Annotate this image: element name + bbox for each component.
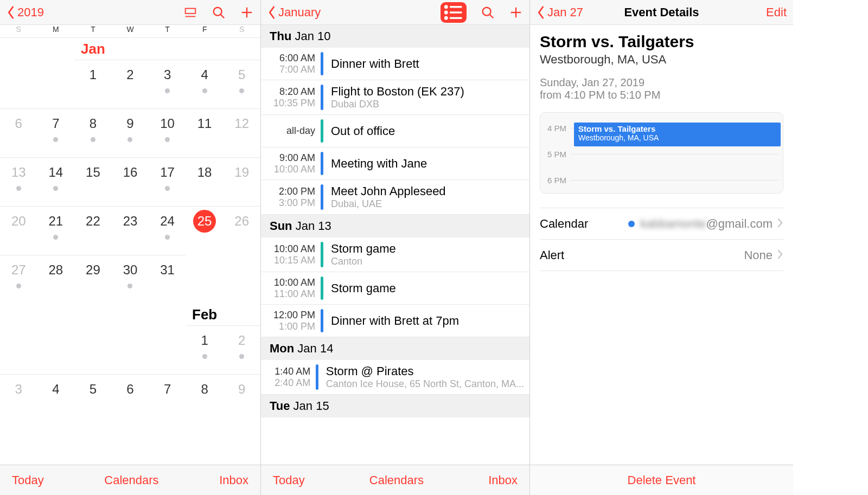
event-row[interactable]: 2:00 PM3:00 PMMeet John AppleseedDubai, … — [261, 180, 529, 215]
today-button[interactable]: Today — [273, 473, 305, 487]
day-cell[interactable]: 10 — [149, 108, 186, 157]
day-cell[interactable]: 5 — [223, 60, 260, 108]
day-cell[interactable]: 1 — [186, 325, 224, 374]
calendars-button[interactable]: Calendars — [104, 473, 158, 487]
day-cell[interactable]: 22 — [74, 206, 112, 255]
day-cell[interactable]: 4 — [37, 374, 75, 423]
day-header-date: Jan 14 — [294, 342, 333, 355]
edit-button[interactable]: Edit — [766, 5, 787, 20]
month-label: Feb — [192, 303, 217, 326]
agenda-scroll[interactable]: Thu Jan 106:00 AM7:00 AMDinner with Bret… — [261, 25, 529, 465]
calendars-button[interactable]: Calendars — [369, 473, 424, 487]
day-cell[interactable]: 1 — [74, 60, 112, 108]
day-cell[interactable]: 28 — [37, 255, 75, 304]
day-cell[interactable]: 25 — [186, 206, 224, 255]
day-cell[interactable]: 12 — [223, 108, 260, 157]
inbox-button[interactable]: Inbox — [219, 473, 248, 487]
view-toggle-icon[interactable] — [183, 5, 197, 20]
back-month-label: January — [278, 5, 321, 20]
chevron-left-icon — [537, 5, 545, 20]
delete-event-button[interactable]: Delete Event — [628, 473, 696, 487]
day-cell[interactable]: 26 — [223, 206, 260, 255]
timeline-event-block[interactable]: Storm vs. Tailgaters Westborough, MA, US… — [574, 123, 781, 146]
day-number: 11 — [193, 112, 216, 135]
event-row[interactable]: 8:20 AM10:35 PMFlight to Boston (EK 237)… — [261, 80, 529, 115]
event-row[interactable]: 10:00 AM11:00 AMStorm game — [261, 272, 529, 305]
event-location: Dubai, UAE — [331, 198, 524, 210]
day-cell — [149, 325, 186, 374]
event-row[interactable]: 9:00 AM10:00 AMMeeting with Jane — [261, 147, 529, 180]
search-icon[interactable] — [212, 5, 226, 20]
day-cell[interactable]: 11 — [186, 108, 224, 157]
day-number: 25 — [193, 210, 216, 233]
add-icon[interactable] — [509, 5, 523, 20]
event-row[interactable]: 12:00 PM1:00 PMDinner with Brett at 7pm — [261, 305, 529, 337]
day-cell[interactable]: 7 — [37, 108, 75, 157]
day-cell[interactable]: 27 — [0, 255, 37, 304]
event-color-bar — [321, 152, 323, 175]
event-time: from 4:10 PM to 5:10 PM — [540, 89, 783, 101]
event-title: Meeting with Jane — [331, 157, 524, 171]
day-cell[interactable]: 16 — [112, 157, 149, 206]
day-cell[interactable]: 19 — [223, 157, 260, 206]
day-cell[interactable]: 3 — [149, 60, 186, 108]
day-cell[interactable]: 21 — [37, 206, 75, 255]
day-cell[interactable]: 23 — [112, 206, 149, 255]
day-cell[interactable]: 6 — [0, 108, 37, 157]
day-cell[interactable]: 31 — [149, 255, 186, 304]
day-cell[interactable]: 3 — [0, 374, 37, 423]
event-times: 1:40 AM2:40 AM — [261, 364, 316, 390]
day-cell[interactable]: 24 — [149, 206, 186, 255]
calendar-row[interactable]: Calendar kabbamonte @gmail.com — [540, 208, 783, 240]
day-cell[interactable]: 15 — [74, 157, 112, 206]
back-to-year[interactable]: 2019 — [7, 5, 44, 20]
event-title: Storm game — [331, 281, 524, 295]
event-title: Out of office — [331, 124, 524, 138]
day-cell[interactable]: 7 — [149, 374, 186, 423]
day-number: 5 — [81, 378, 104, 401]
event-row[interactable]: 6:00 AM7:00 AMDinner with Brett — [261, 48, 529, 80]
day-cell — [0, 60, 37, 108]
today-button[interactable]: Today — [12, 473, 44, 487]
day-number: 1 — [81, 63, 104, 86]
day-number: 23 — [119, 210, 142, 233]
day-cell[interactable]: 13 — [0, 157, 37, 206]
day-number: 13 — [7, 161, 30, 184]
back-to-day[interactable]: Jan 27 — [537, 5, 583, 20]
day-cell[interactable]: 2 — [112, 60, 149, 108]
day-cell[interactable]: 4 — [186, 60, 224, 108]
day-cell[interactable]: 9 — [223, 374, 260, 423]
day-cell[interactable]: 9 — [112, 108, 149, 157]
day-cell[interactable]: 8 — [74, 108, 112, 157]
day-cell[interactable]: 18 — [186, 157, 224, 206]
timeline-event-loc: Westborough, MA, USA — [578, 133, 776, 142]
event-color-bar — [316, 364, 318, 390]
day-cell[interactable]: 17 — [149, 157, 186, 206]
event-row[interactable]: 10:00 AM10:15 AMStorm gameCanton — [261, 237, 529, 272]
month-scroll[interactable]: Jan1234567891011121314151617181920212223… — [0, 38, 260, 465]
day-cell[interactable]: 20 — [0, 206, 37, 255]
list-view-button[interactable] — [441, 2, 467, 23]
back-to-month[interactable]: January — [267, 5, 321, 20]
timeline-preview[interactable]: 4 PM 5 PM 6 PM Storm vs. Tailgaters West… — [540, 112, 783, 194]
day-cell[interactable]: 5 — [74, 374, 112, 423]
day-cell[interactable]: 6 — [112, 374, 149, 423]
inbox-button[interactable]: Inbox — [488, 473, 518, 487]
event-dot — [202, 354, 207, 359]
alert-row[interactable]: Alert None — [540, 240, 783, 271]
search-icon[interactable] — [481, 5, 495, 20]
day-cell[interactable]: 8 — [186, 374, 224, 423]
event-row[interactable]: all-dayOut of office — [261, 115, 529, 147]
add-icon[interactable] — [240, 5, 254, 20]
day-cell — [186, 255, 224, 304]
day-cell[interactable]: 14 — [37, 157, 75, 206]
event-dot — [165, 186, 170, 191]
day-cell[interactable]: 2 — [223, 325, 260, 374]
event-title: Storm game — [331, 242, 524, 256]
day-number: 20 — [7, 210, 30, 233]
day-number: 8 — [81, 112, 104, 135]
event-row[interactable]: 1:40 AM2:40 AMStorm @ PiratesCanton Ice … — [261, 360, 529, 395]
day-header: Mon Jan 14 — [261, 337, 529, 360]
day-cell[interactable]: 29 — [74, 255, 112, 304]
day-cell[interactable]: 30 — [112, 255, 149, 304]
